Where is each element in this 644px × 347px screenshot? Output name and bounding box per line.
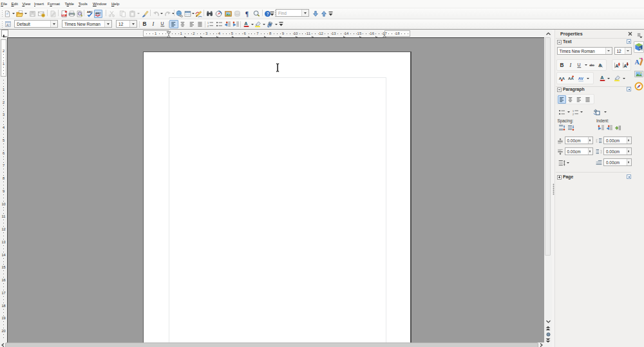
insert-table-button[interactable] xyxy=(184,10,192,18)
spinner-buttons[interactable] xyxy=(627,159,631,165)
menu-help[interactable]: Help xyxy=(111,0,119,8)
character-spacing-dropdown-icon[interactable] xyxy=(586,74,590,82)
decrease-paragraph-spacing-button[interactable] xyxy=(567,123,576,132)
numbering-button[interactable]: 12 xyxy=(571,108,580,117)
line-spacing-dropdown-icon[interactable] xyxy=(566,159,570,167)
align-left-button[interactable] xyxy=(169,20,178,28)
edit-file-button[interactable] xyxy=(49,10,57,18)
spinner-buttons[interactable] xyxy=(627,148,631,155)
text-more-options-button[interactable] xyxy=(627,39,631,44)
menu-edit[interactable]: Edit xyxy=(12,0,18,8)
new-document-button[interactable] xyxy=(3,10,12,18)
save-button[interactable] xyxy=(28,10,37,18)
menu-window[interactable]: Window xyxy=(93,0,106,8)
toolbar-more-button[interactable] xyxy=(279,20,283,28)
background-color-button[interactable] xyxy=(266,20,274,28)
highlighting-dropdown-icon[interactable] xyxy=(622,74,626,82)
gallery-deck-tab[interactable] xyxy=(634,69,644,79)
tab-stop-selector[interactable] xyxy=(1,30,8,37)
find-input[interactable]: Find xyxy=(276,9,309,17)
sidebar-font-size-combo[interactable]: 12 xyxy=(614,47,632,55)
increase-font-button[interactable]: A xyxy=(613,61,622,70)
after-text-indent-field[interactable]: 0.00cm xyxy=(603,147,632,155)
font-color-dropdown-icon[interactable] xyxy=(607,74,611,82)
findbar-more-button[interactable] xyxy=(328,10,333,18)
increase-spacing-button[interactable]: AA xyxy=(558,73,567,83)
underline-dropdown-icon[interactable] xyxy=(584,61,588,70)
line-spacing-button[interactable] xyxy=(557,158,566,167)
collapse-icon[interactable] xyxy=(557,40,562,44)
bullets-button[interactable] xyxy=(558,108,567,117)
before-text-indent-field[interactable]: 0.00cm xyxy=(603,136,632,144)
sidebar-font-name-combo[interactable]: Times New Roman xyxy=(557,47,612,55)
bullets-dropdown-icon[interactable] xyxy=(567,108,571,117)
style-dropdown-icon[interactable] xyxy=(50,21,57,27)
scroll-up-button[interactable] xyxy=(544,30,552,37)
styles-panel-button[interactable]: A xyxy=(4,20,12,28)
decrease-indent-button[interactable] xyxy=(223,20,232,28)
styles-deck-tab[interactable]: A xyxy=(634,57,644,67)
decrease-font-button[interactable]: A xyxy=(621,61,630,70)
menu-format[interactable]: Format xyxy=(48,0,60,8)
auto-spellcheck-button[interactable]: ABC xyxy=(94,10,102,18)
previous-page-button[interactable] xyxy=(544,325,552,331)
toolbar-grip[interactable] xyxy=(1,21,3,28)
navigator-deck-tab[interactable] xyxy=(634,81,644,91)
paragraph-more-options-button[interactable] xyxy=(627,87,631,91)
align-center-button[interactable] xyxy=(178,20,187,28)
highlighting-button[interactable] xyxy=(613,73,622,83)
bold-button[interactable]: B xyxy=(140,20,149,28)
collapse-icon[interactable] xyxy=(557,88,562,92)
increase-indent-button[interactable] xyxy=(232,20,240,28)
page-more-options-button[interactable] xyxy=(627,174,631,179)
menu-table[interactable]: Table xyxy=(65,0,74,8)
decrease-indent-button[interactable] xyxy=(605,123,614,132)
spellcheck-button[interactable]: ABC xyxy=(86,10,94,18)
horizontal-scroll-thumb[interactable] xyxy=(5,342,538,347)
scroll-right-button[interactable] xyxy=(538,342,544,347)
find-replace-button[interactable] xyxy=(205,10,214,18)
document-area[interactable] xyxy=(7,37,544,342)
size-dropdown-icon[interactable] xyxy=(625,48,631,54)
underline-button[interactable]: U xyxy=(158,20,167,28)
align-center-button[interactable] xyxy=(566,95,574,104)
spinner-buttons[interactable] xyxy=(588,148,592,155)
bold-button[interactable]: B xyxy=(558,61,567,70)
open-button[interactable] xyxy=(15,10,24,18)
section-header-page[interactable]: Page xyxy=(555,174,633,181)
increase-indent-button[interactable] xyxy=(597,123,605,132)
decrease-spacing-button[interactable]: AA xyxy=(567,73,576,83)
navigator-button[interactable] xyxy=(214,10,223,18)
vertical-scrollbar[interactable] xyxy=(544,30,552,347)
section-header-text[interactable]: Text xyxy=(555,39,633,46)
data-sources-button[interactable] xyxy=(233,10,242,18)
horizontal-ruler[interactable]: 1123456789101112131415161718 xyxy=(143,30,411,37)
font-name-combo[interactable]: Times New Roman xyxy=(62,20,112,28)
scroll-down-button[interactable] xyxy=(544,319,552,324)
shadow-button[interactable]: AA xyxy=(596,61,605,70)
find-up-button[interactable] xyxy=(319,10,328,18)
font-color-button[interactable]: A xyxy=(598,73,607,83)
hyperlink-button[interactable] xyxy=(175,10,184,18)
increase-paragraph-spacing-button[interactable] xyxy=(558,123,567,132)
sidebar-menu-button[interactable] xyxy=(637,33,643,39)
align-right-button[interactable] xyxy=(187,20,196,28)
paragraph-background-dropdown-icon[interactable] xyxy=(603,108,607,117)
above-paragraph-spacing-field[interactable]: 0.00cm xyxy=(565,136,593,144)
find-down-button[interactable] xyxy=(311,10,319,18)
font-size-combo[interactable]: 12 xyxy=(116,20,137,28)
strikethrough-button[interactable]: abc xyxy=(588,61,597,70)
first-line-indent-field[interactable]: 0.00cm xyxy=(603,158,632,166)
numbering-button[interactable]: 12 xyxy=(206,20,215,28)
menu-insert[interactable]: Insert xyxy=(34,0,44,8)
numbering-dropdown-icon[interactable] xyxy=(580,108,583,117)
underline-button[interactable]: U xyxy=(575,61,584,70)
menu-file[interactable]: File xyxy=(1,0,7,8)
below-paragraph-spacing-field[interactable]: 0.00cm xyxy=(565,147,593,155)
justified-button[interactable] xyxy=(196,20,205,28)
background-color-dropdown-icon[interactable] xyxy=(274,20,278,28)
align-left-button[interactable] xyxy=(558,95,566,104)
properties-deck-tab[interactable] xyxy=(634,41,644,53)
font-dropdown-icon[interactable] xyxy=(104,21,111,27)
font-color-button[interactable]: A xyxy=(242,20,251,28)
